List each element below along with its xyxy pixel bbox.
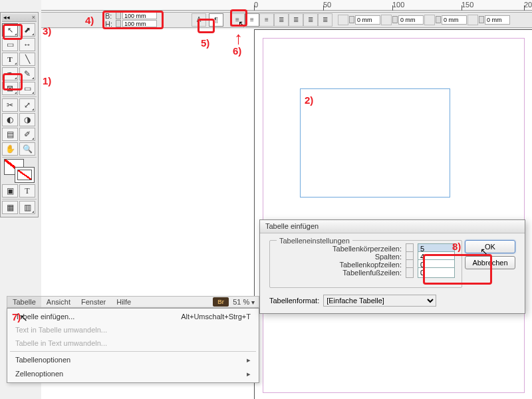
width-input[interactable]: [122, 12, 157, 19]
char-mode-button[interactable]: A: [192, 13, 206, 27]
space-after-icon: [467, 15, 478, 25]
rectangle-frame-tool[interactable]: ⊠: [2, 82, 18, 95]
spinner-icon[interactable]: [392, 16, 398, 23]
apply-text-button[interactable]: T: [19, 184, 35, 198]
horizontal-ruler: 0 50 100 150 200: [41, 0, 532, 11]
view-mode-normal[interactable]: ▦: [2, 201, 18, 214]
fill-stroke-swatch[interactable]: [3, 159, 36, 183]
note-tool[interactable]: ▤: [2, 128, 18, 141]
table-format-label: Tabellenformat:: [269, 297, 319, 305]
height-label: H:: [105, 20, 114, 28]
insert-table-dialog: Tabelle einfügen Tabelleneinstellungen T…: [259, 219, 525, 314]
align-left-button[interactable]: ≡: [230, 13, 245, 27]
bridge-button[interactable]: Br: [213, 297, 229, 307]
spinner-icon[interactable]: [436, 16, 441, 23]
align-justify-right-button[interactable]: ≣: [318, 13, 332, 27]
spinner-icon[interactable]: [479, 16, 484, 23]
menu-fenster[interactable]: Fenster: [76, 297, 111, 307]
indent-group: [338, 15, 510, 25]
zoom-level[interactable]: 51 % ▾: [233, 298, 255, 306]
free-transform-tool[interactable]: ⤢: [19, 98, 35, 112]
gap-tool[interactable]: ↔: [19, 38, 35, 51]
scissors-tool[interactable]: ✂: [2, 98, 18, 112]
indent-left-icon: [338, 15, 348, 25]
table-settings-fieldset: Tabelleneinstellungen Tabellenkörperzeil…: [269, 240, 462, 288]
menu-hilfe[interactable]: Hilfe: [111, 297, 136, 307]
tabelle-menu-dropdown: Tabelle einfügen... Alt+Umschalt+Strg+T …: [7, 308, 259, 383]
page-tool[interactable]: ▭: [2, 38, 18, 51]
width-height-group: B: H:: [105, 12, 157, 28]
menu-insert-table[interactable]: Tabelle einfügen... Alt+Umschalt+Strg+T: [7, 310, 259, 323]
stroke-color[interactable]: [15, 167, 35, 183]
dialog-title[interactable]: Tabelle einfügen: [260, 220, 525, 233]
menu-cell-options[interactable]: Zellenoptionen▸: [7, 367, 259, 381]
submenu-arrow-icon: ▸: [247, 370, 251, 378]
selection-tool[interactable]: ↖: [2, 23, 18, 37]
align-justify-left-button[interactable]: ≣: [289, 13, 303, 27]
cancel-button[interactable]: Abbrechen: [465, 256, 515, 269]
spinner-icon[interactable]: [406, 267, 414, 278]
gradient-feather-tool[interactable]: ◑: [19, 113, 35, 126]
panel-header[interactable]: ×◂◂: [2, 14, 37, 22]
align-justify-center-button[interactable]: ≣: [303, 13, 318, 27]
foot-rows-input[interactable]: [418, 267, 455, 278]
body-rows-label: Tabellenkörperzeilen:: [332, 245, 402, 253]
table-format-select[interactable]: [Einfache Tabelle]: [323, 295, 436, 307]
indent-first-icon: [381, 15, 392, 25]
arrow-icon: ↖: [7, 26, 13, 35]
shortcut-label: Alt+Umschalt+Strg+T: [181, 313, 251, 321]
zoom-tool[interactable]: 🔍: [19, 142, 35, 156]
para-mode-button[interactable]: ¶: [209, 13, 223, 27]
spinner-icon[interactable]: [116, 12, 121, 19]
type-icon: T: [7, 55, 12, 63]
width-label: B:: [105, 12, 114, 20]
eyedropper-tool[interactable]: ✐: [19, 128, 35, 141]
space-before-icon: [424, 15, 435, 25]
text-frame[interactable]: [300, 88, 450, 198]
type-tool[interactable]: T: [2, 53, 18, 66]
menu-tabelle[interactable]: Tabelle: [7, 297, 41, 307]
height-input[interactable]: [122, 20, 157, 27]
hand-tool[interactable]: ✋: [2, 142, 18, 156]
fieldset-legend: Tabelleneinstellungen: [277, 237, 352, 245]
pencil-tool[interactable]: ✎: [19, 67, 35, 80]
foot-rows-label: Tabellenfußzeilen:: [342, 269, 402, 277]
close-icon[interactable]: ×: [32, 14, 35, 21]
menu-bar: Tabelle Ansicht Fenster Hilfe Br 51 % ▾: [7, 296, 259, 308]
spinner-icon[interactable]: [349, 16, 354, 23]
menu-table-to-text: Tabelle in Text umwandeln...: [7, 336, 259, 350]
align-right-button[interactable]: ≡: [259, 13, 274, 27]
rectangle-tool[interactable]: ▭: [19, 82, 35, 95]
spinner-icon[interactable]: [116, 20, 121, 27]
tools-panel: ×◂◂ ↖ ⬈ ▭ ↔ T ╲ ✒ ✎ ⊠ ▭ ✂ ⤢ ◐ ◑ ▤ ✐ ✋ 🔍 …: [0, 12, 39, 217]
menu-text-to-table: Text in Tabelle umwandeln...: [7, 323, 259, 336]
submenu-arrow-icon: ▸: [247, 356, 251, 364]
space-before-input[interactable]: [442, 15, 467, 25]
control-panel: B: H: A ¶ ≡ ≡ ≡ ≣ ≣ ≣ ≣: [41, 12, 532, 28]
apply-container-button[interactable]: ▣: [2, 184, 18, 198]
menu-ansicht[interactable]: Ansicht: [41, 297, 76, 307]
line-tool[interactable]: ╲: [19, 53, 35, 66]
align-center-button[interactable]: ≡: [245, 13, 259, 27]
space-after-input[interactable]: [485, 15, 510, 25]
char-align-group: A ¶: [192, 13, 223, 27]
menu-table-options[interactable]: Tabellenoptionen▸: [7, 353, 259, 367]
indent-first-input[interactable]: [398, 15, 424, 25]
indent-left-input[interactable]: [355, 15, 380, 25]
page: [254, 29, 532, 399]
view-mode-preview[interactable]: ▥: [19, 201, 35, 214]
head-rows-label: Tabellenkopfzeilen:: [339, 261, 402, 269]
columns-label: Spalten:: [375, 253, 402, 261]
align-justify-button[interactable]: ≣: [274, 13, 289, 27]
direct-selection-tool[interactable]: ⬈: [19, 23, 35, 37]
ok-button[interactable]: OK: [465, 240, 515, 253]
gradient-swatch-tool[interactable]: ◐: [2, 113, 18, 126]
pen-tool[interactable]: ✒: [2, 67, 18, 80]
pilcrow-icon: ¶: [214, 16, 218, 24]
